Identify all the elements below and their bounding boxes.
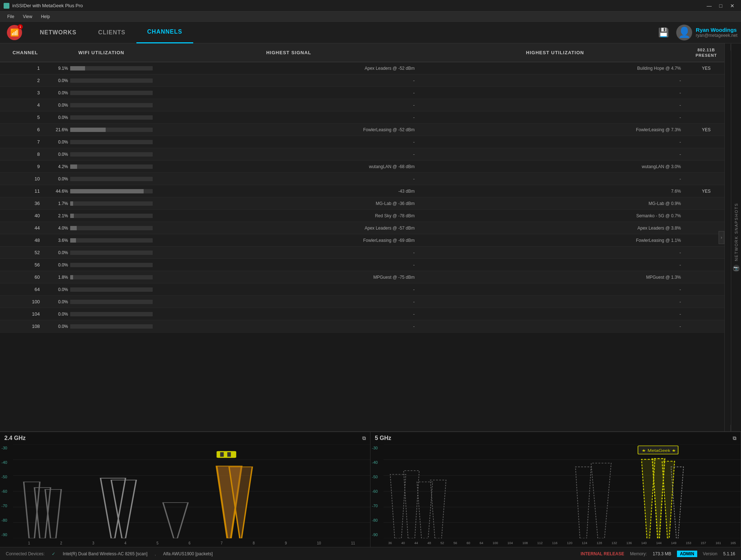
- y-label-80: -80: [1, 518, 12, 522]
- app-logo: 📶 1: [7, 25, 22, 40]
- minimize-button[interactable]: —: [704, 2, 714, 9]
- chart-24ghz-svg: [13, 444, 370, 538]
- titlebar: inSSIDer with MetaGeek Plus Pro — □ ✕: [0, 0, 741, 12]
- logo-area: 📶 1: [4, 24, 25, 41]
- cell-signal: Apex Leaders @ -57 dBm: [156, 226, 422, 231]
- svg-marker-33: [662, 461, 675, 538]
- adapter-separator: ,: [154, 551, 156, 556]
- progress-bar-bg: [70, 177, 153, 181]
- menu-file[interactable]: File: [3, 13, 18, 21]
- y-label-90: -90: [1, 533, 12, 537]
- progress-bar-bg: [70, 189, 153, 193]
- cell-utilization: -: [422, 287, 688, 292]
- cell-channel: 100: [0, 299, 47, 304]
- cell-wifi-util: 2.1%: [47, 213, 156, 218]
- tab-clients[interactable]: CLIENTS: [87, 22, 136, 43]
- close-button[interactable]: ✕: [727, 2, 737, 9]
- cell-wifi-util: 0.0%: [47, 90, 156, 95]
- maximize-button[interactable]: □: [716, 2, 726, 9]
- cell-pct: 9.1%: [51, 66, 68, 71]
- x5-149: 149: [671, 541, 676, 545]
- cell-signal: -: [156, 324, 422, 329]
- x-label-5: 5: [156, 541, 158, 545]
- progress-bar-bg: [70, 78, 153, 83]
- snapshot-camera-icon[interactable]: 📷: [733, 265, 740, 272]
- sidebar-toggle[interactable]: ›: [719, 231, 724, 244]
- progress-bar-bg: [70, 91, 153, 95]
- cell-wifi-util: 0.0%: [47, 140, 156, 145]
- cell-pct: 21.6%: [51, 127, 68, 132]
- cell-wifi-util: 0.0%: [47, 262, 156, 268]
- svg-marker-29: [576, 467, 591, 538]
- app-icon: [4, 3, 9, 9]
- table-row: 9 4.2% wutangLAN @ -68 dBm wutangLAN @ 3…: [0, 161, 724, 173]
- x-label-7: 7: [221, 541, 223, 545]
- header: 📶 1 NETWORKS CLIENTS CHANNELS 💾 👤 Ryan W…: [0, 22, 741, 43]
- cell-signal: MG-Lab @ -36 dBm: [156, 201, 422, 206]
- internal-release-badge: INTERNAL RELEASE: [581, 551, 624, 556]
- progress-bar-bg: [70, 140, 153, 144]
- chart-5ghz-title: 5 GHz ⧉: [370, 432, 741, 444]
- y5-label-70: -70: [372, 504, 382, 508]
- chart-24ghz-copy[interactable]: ⧉: [362, 435, 366, 441]
- chart-5ghz-copy[interactable]: ⧉: [733, 435, 736, 441]
- svg-marker-12: [163, 503, 188, 538]
- x5-144: 144: [656, 541, 661, 545]
- cell-wifi-util: 3.6%: [47, 238, 156, 243]
- cell-signal: -: [156, 90, 422, 95]
- cell-pct: 4.2%: [51, 164, 68, 169]
- devices-label: Connected Devices:: [6, 551, 45, 556]
- cell-802: YES: [688, 127, 724, 132]
- svg-marker-30: [591, 463, 611, 538]
- cell-channel: 44: [0, 225, 47, 231]
- chart-5ghz-svg: ★ MetaGeek ★: [384, 444, 741, 538]
- cell-channel: 8: [0, 151, 47, 157]
- x5-128: 128: [597, 541, 602, 545]
- progress-bar-bg: [70, 324, 153, 329]
- statusbar: Connected Devices: ✓ Intel(R) Dual Band …: [0, 547, 741, 560]
- x-label-8: 8: [253, 541, 255, 545]
- cell-signal: -: [156, 299, 422, 304]
- y-label-30: -30: [1, 446, 12, 450]
- cell-pct: 0.0%: [51, 287, 68, 292]
- progress-bar-bg: [70, 251, 153, 255]
- x5-124: 124: [582, 541, 587, 545]
- cell-utilization: -: [422, 262, 688, 268]
- cell-utilization: 7.6%: [422, 189, 688, 194]
- y5-label-60: -60: [372, 489, 382, 493]
- tab-channels[interactable]: CHANNELS: [136, 22, 193, 43]
- menu-help[interactable]: Help: [37, 13, 54, 21]
- menu-view[interactable]: View: [18, 13, 37, 21]
- cell-channel: 9: [0, 164, 47, 169]
- x5-140: 140: [641, 541, 647, 545]
- cell-wifi-util: 0.0%: [47, 78, 156, 83]
- cell-pct: 0.0%: [51, 176, 68, 181]
- cell-wifi-util: 0.0%: [47, 312, 156, 317]
- table-row: 11 44.6% -43 dBm 7.6% YES: [0, 185, 724, 197]
- cell-signal: -: [156, 152, 422, 157]
- x-label-6: 6: [189, 541, 191, 545]
- cell-channel: 36: [0, 201, 47, 206]
- chart-24ghz-title: 2.4 GHz ⧉: [0, 432, 370, 444]
- cell-channel: 1: [0, 65, 47, 71]
- cell-pct: 0.0%: [51, 103, 68, 108]
- x5-161: 161: [716, 541, 721, 545]
- cell-utilization: -: [422, 140, 688, 145]
- table-row: 4 0.0% - -: [0, 99, 724, 111]
- cell-utilization: wutangLAN @ 3.0%: [422, 164, 688, 169]
- cell-channel: 64: [0, 287, 47, 292]
- x5-56: 56: [453, 541, 457, 545]
- cell-wifi-util: 4.0%: [47, 226, 156, 231]
- cell-channel: 7: [0, 139, 47, 145]
- table-row: 40 2.1% Red Sky @ -78 dBm Semanko - 5G @…: [0, 210, 724, 222]
- cell-802: YES: [688, 189, 724, 194]
- save-icon[interactable]: 💾: [658, 27, 669, 38]
- cell-channel: 4: [0, 102, 47, 108]
- tab-networks[interactable]: NETWORKS: [29, 22, 87, 43]
- window-controls: — □ ✕: [704, 2, 737, 9]
- progress-bar-fill: [70, 226, 77, 230]
- cell-utilization: -: [422, 115, 688, 120]
- progress-bar-bg: [70, 287, 153, 292]
- y5-label-50: -50: [372, 475, 382, 479]
- table-row: 7 0.0% - -: [0, 136, 724, 148]
